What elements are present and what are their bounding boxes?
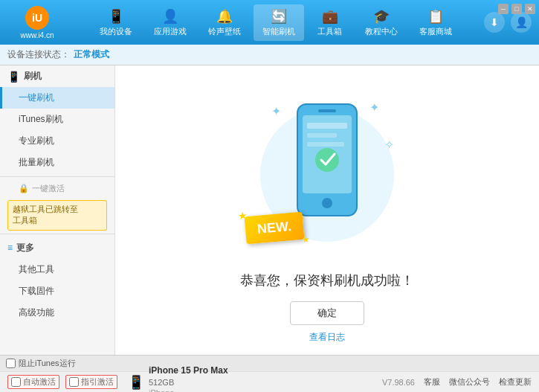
bottom-section: 阻止iTunes运行 自动激活 指引激活 📱 iPhone 15 Pro Max…: [0, 355, 539, 392]
wechat-link[interactable]: 微信公众号: [449, 376, 490, 388]
my-device-icon: 📱: [108, 8, 124, 25]
nav-item-tutorial-label: 教程中心: [365, 26, 398, 37]
sparkle-3: ✧: [384, 138, 394, 152]
sidebar-item-batch[interactable]: 批量刷机: [0, 152, 114, 173]
auto-activate-text: 自动激活: [23, 376, 56, 388]
svg-rect-4: [307, 123, 347, 129]
svg-rect-6: [307, 142, 344, 147]
sidebar-item-itunes[interactable]: iTunes刷机: [0, 109, 114, 130]
main-container: 📱 刷机 一键刷机 iTunes刷机 专业刷机 批量刷机 🔒 一键激活 越狱工具…: [0, 65, 539, 371]
phone-illustration: ✦ ✦ ✧: [253, 93, 401, 257]
nav-item-tutorial[interactable]: 🎓 教程中心: [356, 4, 407, 41]
success-title: 恭喜您，保资料刷机成功啦！: [240, 271, 414, 289]
lock-icon: 🔒: [19, 184, 29, 193]
nav-item-smart-flash-label: 智能刷机: [262, 26, 295, 37]
bottom-left: 自动激活 指引激活 📱 iPhone 15 Pro Max 512GB iPho…: [7, 365, 228, 392]
view-log-link[interactable]: 查看日志: [309, 331, 345, 344]
guide-activate-label[interactable]: 指引激活: [65, 375, 117, 389]
nav-item-my-device[interactable]: 📱 我的设备: [91, 4, 141, 41]
sidebar: 📱 刷机 一键刷机 iTunes刷机 专业刷机 批量刷机 🔒 一键激活 越狱工具…: [0, 65, 115, 371]
nav-bar: 📱 我的设备 👤 应用游戏 🔔 铃声壁纸 🔄 智能刷机 💼 工具箱 🎓 教程中心…: [67, 4, 484, 41]
minimize-button[interactable]: ─: [498, 4, 509, 14]
sparkle-1: ✦: [271, 104, 281, 118]
content-area: ✦ ✦ ✧: [115, 65, 539, 371]
sparkle-2: ✦: [369, 100, 379, 115]
new-badge: NEW.: [245, 212, 305, 245]
more-section-icon: ≡: [7, 242, 13, 253]
user-button[interactable]: 👤: [511, 12, 532, 33]
nav-item-my-device-label: 我的设备: [100, 26, 132, 37]
device-storage: 512GB: [149, 377, 228, 388]
one-click-activate-disabled: 🔒 一键激活: [0, 180, 114, 197]
guide-activate-text: 指引激活: [81, 376, 114, 388]
bottom-bar: 自动激活 指引激活 📱 iPhone 15 Pro Max 512GB iPho…: [0, 371, 539, 392]
logo: iU www.i4.cn: [7, 6, 67, 39]
nav-item-service-label: 客服商城: [419, 26, 452, 37]
ringtones-icon: 🔔: [216, 8, 233, 25]
svg-point-7: [315, 148, 339, 172]
tutorial-icon: 🎓: [373, 8, 390, 25]
phone-svg: [294, 100, 361, 222]
flash-section-label: 刷机: [24, 70, 42, 83]
service-icon: 📋: [427, 8, 444, 25]
sidebar-divider-2: [0, 234, 114, 234]
status-value: 正常模式: [74, 48, 109, 61]
download-button[interactable]: ⬇: [484, 12, 505, 33]
device-info: 📱 iPhone 15 Pro Max 512GB iPhone: [128, 365, 228, 392]
nav-item-service[interactable]: 📋 客服商城: [410, 4, 461, 41]
customer-link[interactable]: 客服: [424, 376, 440, 388]
sidebar-notice: 越狱工具已跳转至工具箱: [7, 200, 107, 231]
toolbox-icon: 💼: [322, 8, 338, 25]
status-prefix: 设备连接状态：: [7, 48, 70, 61]
auto-activate-checkbox[interactable]: [11, 377, 21, 387]
device-model: iPhone: [149, 388, 228, 392]
svg-point-2: [322, 198, 332, 208]
flash-section-icon: 📱: [7, 71, 20, 83]
version-text: V7.98.66: [382, 378, 415, 387]
sidebar-section-flash: 📱 刷机: [0, 65, 114, 87]
one-click-activate-label: 一键激活: [32, 183, 65, 194]
sidebar-item-download-firmware[interactable]: 下载固件: [0, 280, 114, 302]
device-name: iPhone 15 Pro Max: [149, 365, 228, 377]
sidebar-item-pro[interactable]: 专业刷机: [0, 130, 114, 152]
logo-icon: iU: [25, 6, 49, 30]
device-text: iPhone 15 Pro Max 512GB iPhone: [149, 365, 228, 392]
nav-item-smart-flash[interactable]: 🔄 智能刷机: [254, 4, 304, 41]
nav-item-apps-games[interactable]: 👤 应用游戏: [145, 4, 196, 41]
svg-rect-3: [318, 109, 336, 112]
guide-activate-checkbox[interactable]: [69, 377, 79, 387]
apps-games-icon: 👤: [162, 8, 178, 25]
new-badge-text: NEW.: [256, 219, 292, 237]
sidebar-item-one-click[interactable]: 一键刷机: [0, 87, 114, 109]
notice-text: 越狱工具已跳转至工具箱: [13, 205, 78, 225]
sidebar-item-advanced[interactable]: 高级功能: [0, 302, 114, 324]
logo-subtext: www.i4.cn: [20, 31, 54, 39]
nav-item-toolbox[interactable]: 💼 工具箱: [308, 4, 352, 41]
device-icon: 📱: [128, 374, 144, 391]
header: iU www.i4.cn 📱 我的设备 👤 应用游戏 🔔 铃声壁纸 🔄 智能刷机…: [0, 0, 539, 45]
bottom-right: V7.98.66 客服 微信公众号 检查更新: [382, 376, 532, 388]
check-update-link[interactable]: 检查更新: [499, 376, 532, 388]
nav-item-apps-games-label: 应用游戏: [154, 26, 187, 37]
sidebar-section-more: ≡ 更多: [0, 237, 114, 259]
confirm-button[interactable]: 确定: [290, 301, 364, 325]
maximize-button[interactable]: □: [511, 4, 522, 14]
close-button[interactable]: ✕: [525, 4, 535, 14]
sidebar-item-other-tools[interactable]: 其他工具: [0, 259, 114, 280]
more-section-label: 更多: [16, 242, 34, 254]
status-bar: 设备连接状态： 正常模式: [0, 45, 539, 65]
auto-activate-label[interactable]: 自动激活: [7, 375, 59, 389]
phone-graphic: [294, 100, 361, 219]
nav-item-toolbox-label: 工具箱: [317, 26, 342, 37]
nav-item-ringtones-label: 铃声壁纸: [208, 26, 241, 37]
nav-item-ringtones[interactable]: 🔔 铃声壁纸: [199, 4, 250, 41]
sidebar-divider-1: [0, 176, 114, 177]
svg-rect-5: [307, 133, 337, 138]
smart-flash-icon: 🔄: [271, 8, 287, 25]
header-right: ⬇ 👤: [484, 12, 532, 33]
